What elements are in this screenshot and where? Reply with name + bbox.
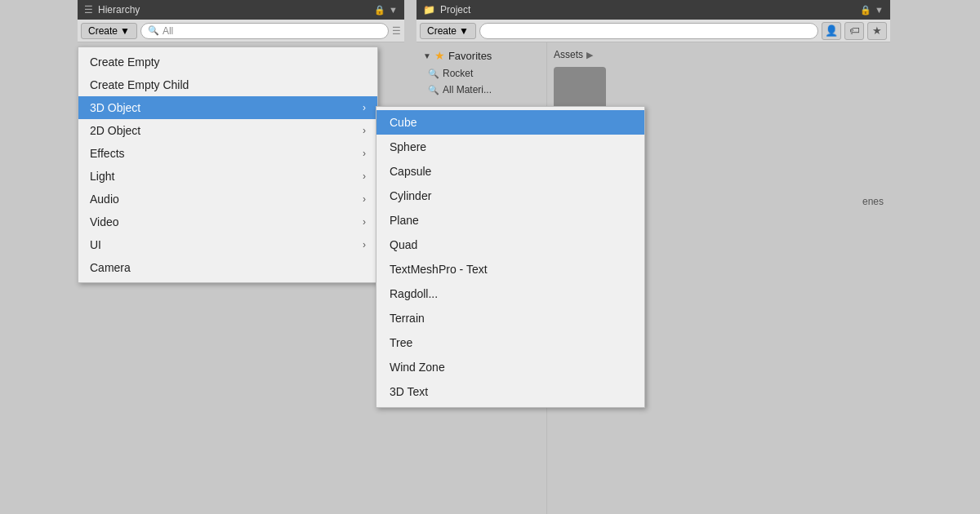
project-create-label: Create — [427, 25, 457, 37]
menu-item-ui[interactable]: UI › — [78, 233, 377, 256]
favorites-star-icon: ★ — [434, 49, 445, 62]
light-label: Light — [90, 170, 114, 183]
wind-zone-label: Wind Zone — [390, 361, 445, 374]
workspace: ☰ Hierarchy 🔒 ▼ Create ▼ 🔍 All ☰ 📁 Proje… — [0, 0, 980, 514]
hierarchy-icon: ☰ — [84, 4, 93, 16]
2d-object-arrow: › — [363, 125, 366, 136]
cube-label: Cube — [390, 116, 416, 129]
project-header: 📁 Project 🔒 ▼ — [416, 0, 890, 20]
ui-label: UI — [90, 238, 101, 251]
video-arrow: › — [363, 216, 366, 228]
hierarchy-toolbar: Create ▼ 🔍 All ☰ — [78, 20, 404, 42]
menu-item-create-empty[interactable]: Create Empty — [78, 51, 377, 73]
terrain-label: Terrain — [390, 312, 425, 325]
project-folder-icon: 📁 — [423, 4, 435, 16]
project-icon-btn-3[interactable]: ★ — [867, 22, 887, 40]
sphere-label: Sphere — [390, 140, 426, 153]
ragdoll-label: Ragdoll... — [390, 287, 438, 300]
light-arrow: › — [363, 171, 366, 182]
sidebar-rocket-label: Rocket — [443, 68, 473, 79]
tree-label: Tree — [390, 336, 412, 349]
audio-arrow: › — [363, 193, 366, 205]
submenu-item-quad[interactable]: Quad — [376, 233, 644, 257]
capsule-label: Capsule — [390, 165, 431, 178]
project-create-arrow: ▼ — [459, 25, 469, 37]
textmeshpro-label: TextMeshPro - Text — [390, 263, 488, 276]
hierarchy-search-box[interactable]: 🔍 All — [140, 23, 389, 39]
create-empty-label: Create Empty — [90, 55, 160, 69]
3d-object-label: 3D Object — [90, 101, 140, 114]
project-create-button[interactable]: Create ▼ — [420, 23, 476, 39]
sidebar-item-rocket[interactable]: 🔍 Rocket — [416, 65, 546, 82]
submenu-item-tree[interactable]: Tree — [376, 330, 644, 355]
submenu-item-plane[interactable]: Plane — [376, 208, 644, 233]
create-btn-arrow: ▼ — [120, 25, 130, 37]
project-controls: 🔒 ▼ — [860, 5, 884, 16]
audio-label: Audio — [90, 193, 119, 206]
project-icon-btn-1[interactable]: 👤 — [822, 22, 841, 40]
submenu-item-cube[interactable]: Cube — [376, 110, 644, 135]
menu-item-light[interactable]: Light › — [78, 165, 377, 188]
submenu-item-capsule[interactable]: Capsule — [376, 159, 644, 184]
project-search-input[interactable] — [479, 23, 818, 39]
create-button[interactable]: Create ▼ — [81, 23, 137, 39]
menu-item-create-empty-child[interactable]: Create Empty Child — [78, 73, 377, 96]
2d-object-label: 2D Object — [90, 124, 140, 137]
project-toolbar: Create ▼ 👤 🏷 ★ — [416, 20, 890, 42]
ui-arrow: › — [363, 239, 366, 250]
submenu-item-terrain[interactable]: Terrain — [376, 306, 644, 330]
sidebar-item-all-materials[interactable]: 🔍 All Materi... — [416, 82, 546, 98]
3d-text-label: 3D Text — [390, 385, 428, 398]
menu-item-audio[interactable]: Audio › — [78, 188, 377, 210]
panel-menu-icon[interactable]: ▼ — [389, 5, 398, 15]
materials-search-icon: 🔍 — [428, 85, 439, 95]
submenu-item-cylinder[interactable]: Cylinder — [376, 184, 644, 208]
submenu-item-wind-zone[interactable]: Wind Zone — [376, 355, 644, 379]
create-empty-child-label: Create Empty Child — [90, 78, 189, 91]
effects-label: Effects — [90, 147, 125, 160]
menu-item-video[interactable]: Video › — [78, 210, 377, 233]
submenu-3d-objects: Cube Sphere Capsule Cylinder Plane Quad … — [376, 106, 645, 408]
submenu-item-sphere[interactable]: Sphere — [376, 135, 644, 159]
3d-object-arrow: › — [363, 102, 366, 113]
assets-label: Assets — [554, 49, 583, 60]
effects-arrow: › — [363, 148, 366, 159]
left-dropdown-menu: Create Empty Create Empty Child 3D Objec… — [78, 47, 378, 283]
cylinder-label: Cylinder — [390, 189, 431, 202]
hierarchy-controls: 🔒 ▼ — [374, 5, 398, 16]
project-lock-icon[interactable]: 🔒 — [860, 5, 871, 16]
hierarchy-scroll-icon: ☰ — [392, 25, 401, 37]
lock-icon[interactable]: 🔒 — [374, 5, 385, 16]
project-icon-btn-2[interactable]: 🏷 — [844, 22, 864, 40]
breadcrumb: Assets ▶ — [554, 49, 884, 60]
menu-item-effects[interactable]: Effects › — [78, 142, 377, 165]
favorites-label: Favorites — [448, 50, 492, 62]
scenes-label: enes — [862, 196, 884, 207]
camera-label: Camera — [90, 261, 131, 274]
sidebar-materials-label: All Materi... — [443, 84, 492, 95]
search-icon: 🔍 — [148, 25, 159, 36]
create-btn-label: Create — [88, 25, 118, 37]
search-placeholder: All — [163, 25, 173, 37]
video-label: Video — [90, 215, 119, 228]
menu-item-camera[interactable]: Camera — [78, 256, 377, 279]
favorites-triangle-icon: ▼ — [423, 51, 431, 60]
menu-item-2d-object[interactable]: 2D Object › — [78, 119, 377, 142]
submenu-item-3d-text[interactable]: 3D Text — [376, 379, 644, 404]
hierarchy-title: Hierarchy — [98, 4, 369, 16]
rocket-search-icon: 🔍 — [428, 69, 439, 79]
quad-label: Quad — [390, 238, 417, 251]
submenu-item-ragdoll[interactable]: Ragdoll... — [376, 281, 644, 306]
favorites-header: ▼ ★ Favorites — [416, 46, 546, 65]
hierarchy-header: ☰ Hierarchy 🔒 ▼ — [78, 0, 404, 20]
project-title: Project — [440, 4, 855, 16]
project-menu-icon[interactable]: ▼ — [875, 5, 884, 15]
menu-item-3d-object[interactable]: 3D Object › — [78, 96, 377, 119]
submenu-item-textmeshpro[interactable]: TextMeshPro - Text — [376, 257, 644, 281]
plane-label: Plane — [390, 214, 419, 227]
breadcrumb-arrow: ▶ — [586, 50, 593, 60]
